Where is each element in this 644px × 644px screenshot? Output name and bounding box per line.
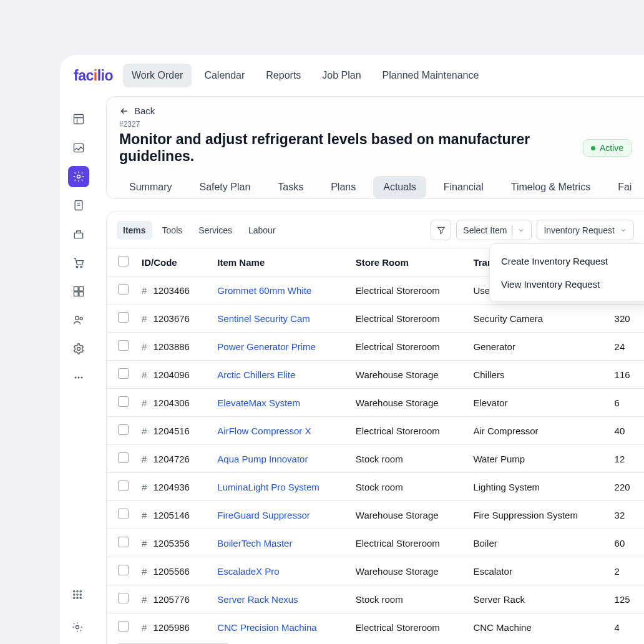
sidebar-item-assets[interactable] <box>68 137 89 159</box>
row-checkbox[interactable] <box>118 593 129 603</box>
row-checkbox[interactable] <box>118 340 129 351</box>
back-button[interactable]: Back <box>119 105 632 116</box>
subtab[interactable]: Summary <box>119 176 182 198</box>
cell-id: # 1203676 <box>133 305 208 333</box>
item-link[interactable]: ElevateMax System <box>217 398 300 408</box>
svg-point-14 <box>78 377 79 378</box>
svg-rect-8 <box>74 292 79 296</box>
chevron-down-icon <box>620 227 627 234</box>
item-link[interactable]: EscaladeX Pro <box>217 566 279 577</box>
item-link[interactable]: BoilerTech Master <box>217 538 292 549</box>
select-item-button[interactable]: Select Item <box>456 220 532 240</box>
cell-txn: Fire Suppression System <box>464 501 605 529</box>
item-link[interactable]: Grommet 60mm White <box>217 285 311 296</box>
chevron-down-icon <box>517 227 525 234</box>
table-row: # 1204936LuminaLight Pro SystemStock roo… <box>107 473 644 501</box>
item-link[interactable]: Server Rack Nexus <box>217 594 298 605</box>
cell-store: Electrical Storeroom <box>347 417 465 445</box>
subtab[interactable]: Plans <box>321 176 366 198</box>
item-link[interactable]: Aqua Pump Innovator <box>217 454 308 464</box>
topnav-item[interactable]: Job Plan <box>313 64 369 87</box>
segment-tab[interactable]: Labour <box>242 221 282 240</box>
dropdown-item[interactable]: Create Inventory Request <box>490 250 644 273</box>
cell-qty: 116 <box>606 361 644 389</box>
item-link[interactable]: Power Generator Prime <box>217 341 316 352</box>
topnav-item[interactable]: Calendar <box>195 64 253 87</box>
item-link[interactable]: AirFlow Compressor X <box>217 426 311 436</box>
sidebar-item-grid[interactable] <box>68 281 89 302</box>
table-row: # 1205146FireGuard SuppressorWarehouse S… <box>107 501 644 529</box>
sidebar-item-inventory[interactable] <box>68 223 89 245</box>
sidebar-item-settings[interactable] <box>68 338 89 359</box>
table-row: # 1204096Arctic Chillers EliteWarehouse … <box>107 361 644 389</box>
item-link[interactable]: CNC Precision Machina <box>217 622 316 633</box>
cell-id: # 1205356 <box>133 529 208 557</box>
svg-point-15 <box>81 377 82 378</box>
sidebar-item-users[interactable] <box>68 310 89 331</box>
filter-button[interactable] <box>431 220 451 240</box>
topnav-item[interactable]: Planned Maintenance <box>374 64 488 87</box>
cell-store: Electrical Storeroom <box>347 613 465 642</box>
subtab[interactable]: Financial <box>434 176 494 198</box>
row-checkbox[interactable] <box>118 452 129 463</box>
row-checkbox[interactable] <box>118 509 129 519</box>
sidebar-item-docs[interactable] <box>68 195 89 216</box>
record-id: #2327 <box>119 120 632 129</box>
row-checkbox[interactable] <box>118 565 129 575</box>
cell-txn: CNC Machine <box>464 613 605 642</box>
dropdown-item[interactable]: View Inventory Request <box>490 273 644 296</box>
sidebar-item-dashboard[interactable] <box>68 109 89 130</box>
row-checkbox[interactable] <box>118 621 129 632</box>
topnav-item[interactable]: Reports <box>257 64 310 87</box>
row-checkbox[interactable] <box>118 396 129 407</box>
subtab[interactable]: Actuals <box>373 176 426 198</box>
subtabs: SummarySafety PlanTasksPlansActualsFinan… <box>119 176 632 198</box>
row-checkbox[interactable] <box>118 481 129 491</box>
cell-store: Electrical Storeroom <box>347 276 465 305</box>
segment-tab[interactable]: Items <box>117 221 152 240</box>
table-row: # 1203676Sentinel Security CamElectrical… <box>107 305 644 333</box>
segment-tab[interactable]: Tools <box>156 221 189 240</box>
segment-tabs: ItemsToolsServicesLabour <box>117 221 282 240</box>
sidebar-item-cart[interactable] <box>68 252 89 273</box>
table-row: # 1205986CNC Precision MachinaElectrical… <box>107 613 644 642</box>
row-checkbox[interactable] <box>118 312 129 323</box>
item-link[interactable]: LuminaLight Pro System <box>217 482 319 492</box>
inventory-request-button[interactable]: Inventory Request <box>537 220 634 240</box>
row-checkbox[interactable] <box>118 424 129 435</box>
sidebar-item-workorder[interactable] <box>68 166 89 187</box>
item-link[interactable]: FireGuard Suppressor <box>217 510 310 520</box>
cell-qty: 60 <box>606 529 644 557</box>
row-checkbox[interactable] <box>118 537 129 547</box>
select-all-checkbox[interactable] <box>118 256 129 266</box>
cell-id: # 1205776 <box>133 585 208 613</box>
sidebar-item-more[interactable] <box>68 367 89 388</box>
segment-tab[interactable]: Services <box>192 221 238 240</box>
top-nav: Work OrderCalendarReportsJob PlanPlanned… <box>123 64 487 87</box>
bottom-settings-icon[interactable] <box>67 617 88 638</box>
cell-store: Stock room <box>347 445 465 473</box>
row-checkbox[interactable] <box>118 284 129 295</box>
cell-store: Warehouse Storage <box>347 501 465 529</box>
back-label: Back <box>134 105 155 116</box>
row-checkbox[interactable] <box>118 368 129 379</box>
item-link[interactable]: Arctic Chillers Elite <box>217 369 295 380</box>
svg-rect-9 <box>79 292 84 296</box>
subtab[interactable]: Failure Report <box>608 176 632 198</box>
topnav-item[interactable]: Work Order <box>123 64 192 87</box>
cell-id: # 1205566 <box>133 557 208 585</box>
cell-store: Warehouse Storage <box>347 389 465 417</box>
item-link[interactable]: Sentinel Security Cam <box>217 313 310 324</box>
cell-txn: Security Camera <box>464 305 605 333</box>
app-launcher-icon[interactable] <box>67 584 88 605</box>
subtab[interactable]: Tasks <box>268 176 313 198</box>
cell-qty: 320 <box>606 305 644 333</box>
cell-qty: 125 <box>606 585 644 613</box>
col-storeroom: Store Room <box>347 248 465 276</box>
cell-qty: 6 <box>606 389 644 417</box>
subtab[interactable]: Safety Plan <box>189 176 260 198</box>
subtab[interactable]: Timelog & Metrics <box>501 176 600 198</box>
svg-point-19 <box>74 594 75 595</box>
cell-id: # 1204096 <box>133 361 208 389</box>
cell-store: Warehouse Storage <box>347 361 465 389</box>
